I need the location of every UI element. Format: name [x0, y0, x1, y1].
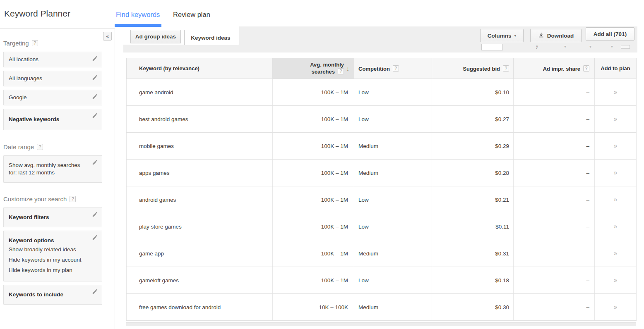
- sidebar-card-keyword-filters[interactable]: Keyword filters: [3, 207, 102, 227]
- column-header-add-to-plan: Add to plan: [595, 58, 637, 79]
- keyword-option-item: Show broadly related ideas: [9, 244, 88, 255]
- ad-impr-share-cell: –: [514, 133, 595, 160]
- column-header-suggested-bid[interactable]: Suggested bid?: [432, 58, 514, 79]
- section-title-targeting: Targeting?: [3, 40, 115, 47]
- table-header-row: Keyword (by relevance) Avg. monthly sear…: [127, 58, 637, 79]
- avg-monthly-searches-cell: 10K – 100K: [273, 294, 354, 321]
- competition-cell: Low: [354, 213, 432, 240]
- table-row: mobile games 100K – 1M Medium $0.29 – »: [127, 133, 637, 160]
- suggested-bid-cell: $0.11: [432, 213, 514, 240]
- sidebar-card-languages[interactable]: All languages: [3, 71, 102, 86]
- tab-review-plan[interactable]: Review plan: [173, 11, 210, 19]
- edit-pencil-icon[interactable]: [92, 74, 98, 81]
- ad-impr-share-cell: –: [514, 106, 595, 133]
- card-label: Negative keywords: [9, 116, 59, 122]
- card-label: All languages: [9, 75, 42, 81]
- columns-label: Columns: [488, 33, 512, 39]
- avg-monthly-searches-cell: 100K – 1M: [273, 240, 354, 267]
- ad-impr-share-cell: –: [514, 267, 595, 294]
- competition-cell: Low: [354, 186, 432, 213]
- table-footer-partial: [126, 322, 636, 326]
- help-icon[interactable]: ?: [503, 65, 509, 72]
- column-header-ad-impr-share[interactable]: Ad impr. share?: [514, 58, 595, 79]
- card-label: Keywords to include: [9, 291, 63, 298]
- help-icon[interactable]: ?: [32, 40, 38, 46]
- edit-pencil-icon[interactable]: [92, 288, 98, 295]
- add-to-plan-cell: »: [595, 160, 637, 186]
- ad-impr-share-cell: –: [514, 213, 595, 240]
- add-to-plan-icon[interactable]: »: [614, 250, 618, 257]
- tab-keyword-ideas[interactable]: Keyword ideas: [184, 30, 237, 45]
- competition-cell: Medium: [354, 294, 432, 321]
- suggested-bid-cell: $0.18: [432, 267, 514, 294]
- add-to-plan-icon[interactable]: »: [614, 88, 618, 96]
- tab-ad-group-ideas[interactable]: Ad group ideas: [130, 30, 181, 43]
- keyword-cell: gameloft games: [127, 267, 273, 294]
- keyword-cell: game android: [127, 79, 273, 106]
- suggested-bid-cell: $0.29: [432, 133, 514, 160]
- clipped-page-size-box[interactable]: [481, 44, 503, 50]
- edit-pencil-icon[interactable]: [92, 55, 98, 62]
- card-label: Keyword options: [9, 237, 54, 243]
- sidebar-card-date-range[interactable]: Show avg. monthly searches for: last 12 …: [3, 155, 102, 183]
- card-label: Show avg. monthly searches for: last 12 …: [9, 162, 80, 176]
- column-header-keyword[interactable]: Keyword (by relevance): [127, 58, 273, 79]
- page-title: Keyword Planner: [4, 9, 70, 19]
- download-button[interactable]: Download: [530, 29, 582, 42]
- sidebar-card-negative-keywords[interactable]: Negative keywords: [3, 109, 102, 130]
- edit-pencil-icon[interactable]: [92, 234, 98, 241]
- tab-find-keywords[interactable]: Find keywords: [116, 11, 160, 19]
- avg-monthly-searches-cell: 100K – 1M: [273, 213, 354, 240]
- competition-header-label: Competition: [358, 66, 390, 72]
- column-header-avg-monthly-searches[interactable]: Avg. monthly searches? ↓: [273, 58, 354, 79]
- clipped-chevron-icon: ▾: [611, 44, 613, 49]
- help-icon[interactable]: ?: [37, 144, 43, 150]
- sidebar-card-keyword-options[interactable]: Keyword options Show broadly related ide…: [3, 231, 102, 281]
- edit-pencil-icon[interactable]: [92, 112, 98, 119]
- help-icon[interactable]: ?: [70, 196, 76, 202]
- add-to-plan-icon[interactable]: »: [614, 277, 618, 284]
- sort-descending-icon: ↓: [346, 65, 349, 72]
- card-label: All locations: [9, 56, 38, 62]
- add-to-plan-header-label: Add to plan: [601, 65, 630, 72]
- add-to-plan-cell: »: [595, 240, 637, 267]
- keyword-cell: android games: [127, 186, 273, 213]
- add-to-plan-icon[interactable]: »: [614, 169, 618, 177]
- clipped-control-fragment: [621, 45, 630, 49]
- add-to-plan-icon[interactable]: »: [614, 115, 618, 123]
- chevron-down-icon: ▾: [514, 33, 517, 38]
- edit-pencil-icon[interactable]: [92, 211, 98, 217]
- card-label: Keyword filters: [9, 214, 49, 220]
- sidebar-card-keywords-to-include[interactable]: Keywords to include: [3, 285, 102, 305]
- table-row: free games download for android 10K – 10…: [127, 294, 637, 321]
- keyword-cell: mobile games: [127, 133, 273, 160]
- add-to-plan-icon[interactable]: »: [614, 303, 618, 311]
- section-title-text: Targeting: [3, 40, 29, 47]
- sidebar-vertical-divider: [115, 29, 115, 329]
- competition-cell: Low: [354, 106, 432, 133]
- keyword-cell: free games download for android: [127, 294, 273, 321]
- clipped-text-fragment: y: [536, 44, 538, 49]
- help-icon[interactable]: ?: [338, 68, 344, 74]
- add-all-button[interactable]: Add all (701): [586, 27, 634, 41]
- sidebar-card-network[interactable]: Google: [3, 90, 102, 105]
- table-row: gameloft games 100K – 1M Low $0.18 – »: [127, 267, 637, 294]
- keyword-ideas-table: Keyword (by relevance) Avg. monthly sear…: [126, 58, 637, 321]
- ad-impr-share-cell: –: [514, 294, 595, 321]
- avg-monthly-searches-cell: 100K – 1M: [273, 160, 354, 186]
- sidebar-card-locations[interactable]: All locations: [3, 52, 102, 67]
- column-header-competition[interactable]: Competition?: [354, 58, 432, 79]
- edit-pencil-icon[interactable]: [92, 93, 98, 100]
- columns-button[interactable]: Columns ▾: [480, 29, 524, 42]
- secondary-toolbar-background: [123, 45, 637, 52]
- help-icon[interactable]: ?: [393, 65, 399, 72]
- add-to-plan-icon[interactable]: »: [614, 196, 618, 204]
- help-icon[interactable]: ?: [583, 65, 589, 72]
- add-to-plan-icon[interactable]: »: [614, 223, 618, 231]
- avg-header-line2: searches: [312, 69, 335, 75]
- add-to-plan-icon[interactable]: »: [614, 142, 618, 150]
- clipped-chevron-icon: ▾: [589, 44, 591, 49]
- avg-monthly-searches-cell: 100K – 1M: [273, 133, 354, 160]
- edit-pencil-icon[interactable]: [92, 159, 98, 165]
- active-tab-underline: [115, 24, 161, 27]
